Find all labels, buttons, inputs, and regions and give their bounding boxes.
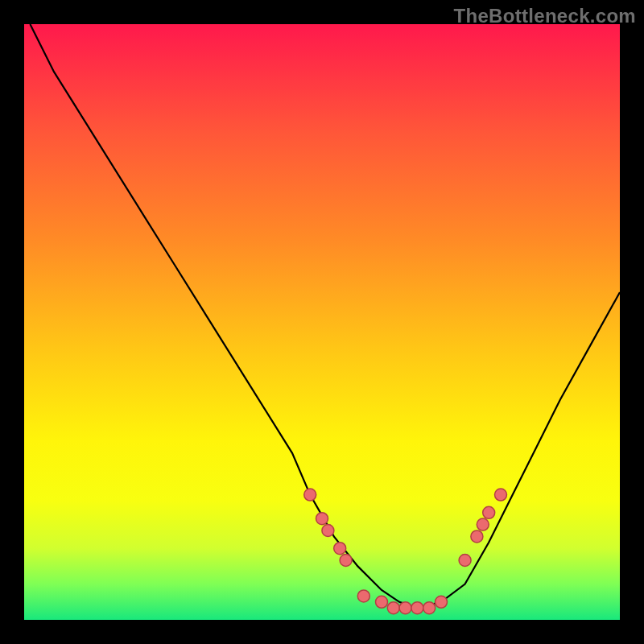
curve-point [399,602,411,614]
curve-point [334,543,346,555]
curve-point [340,555,352,567]
curve-point [316,513,328,525]
curve-point [436,596,448,608]
curve-markers [304,489,507,614]
chart-svg [24,24,620,620]
curve-point [357,590,369,602]
curve-point [387,602,399,614]
curve-point [495,489,507,501]
curve-point [411,602,423,614]
curve-point [423,602,436,614]
curve-point [304,489,316,501]
curve-point [477,518,489,530]
curve-point [459,555,471,567]
curve-point [376,596,388,608]
plot-area [24,24,620,620]
curve-point [471,530,483,543]
curve-point [483,506,495,518]
curve-point [322,525,334,537]
chart-frame: TheBottleneck.com [0,0,644,644]
